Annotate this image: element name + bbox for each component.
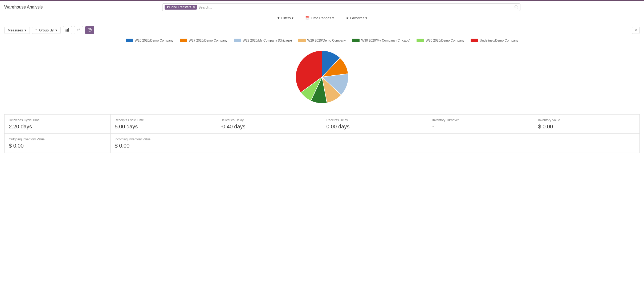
legend-item: Undefined/Demo Company <box>471 39 518 42</box>
measures-label: Measures <box>8 28 23 32</box>
metric-card: Inventory Turnover- <box>428 115 534 134</box>
metric-card: Receipts Cycle Time5.00 days <box>111 115 217 134</box>
legend-item-label: W30 2020/Demo Company <box>426 39 464 42</box>
time-ranges-label: Time Ranges <box>311 16 331 20</box>
group-by-chevron: ▾ <box>55 28 57 32</box>
metric-label: Deliveries Delay <box>221 118 318 122</box>
favorites-chevron: ▾ <box>365 16 367 20</box>
time-ranges-chevron: ▾ <box>332 16 334 20</box>
legend-item-label: Undefined/Demo Company <box>480 39 518 42</box>
legend-item: W26 2020/Demo Company <box>126 39 173 42</box>
content-area: Measures ▾ ≡ Group By ▾ ✕ W26 2020/Demo … <box>0 23 644 156</box>
filters-chevron: ▾ <box>292 16 294 20</box>
pie-chart-button[interactable] <box>85 26 94 34</box>
close-button[interactable]: ✕ <box>632 27 640 34</box>
favorites-button[interactable]: ★ Favorites ▾ <box>343 15 370 21</box>
legend-color-swatch <box>180 39 187 42</box>
filter-tag[interactable]: ▼ Done Transfers ✕ <box>165 5 197 10</box>
legend-item: W29 2020/My Company (Chicago) <box>234 39 292 42</box>
filter-tag-close[interactable]: ✕ <box>193 6 195 9</box>
svg-line-1 <box>517 7 517 8</box>
metric-label: Incoming Inventory Value <box>115 137 212 141</box>
metric-value: 0.00 days <box>327 124 424 130</box>
legend-item-label: W30 2020/My Company (Chicago) <box>361 39 410 42</box>
legend-item: W29 2020/Demo Company <box>298 39 346 42</box>
metric-label: Deliveries Cycle Time <box>9 118 106 122</box>
svg-rect-2 <box>66 30 66 32</box>
metric-card-small: Incoming Inventory Value$ 0.00 <box>111 134 217 153</box>
filters-button[interactable]: ▼ Filters ▾ <box>274 15 296 21</box>
metric-value: $ 0.00 <box>538 124 635 130</box>
measures-button[interactable]: Measures ▾ <box>4 27 30 34</box>
metric-card: Inventory Value$ 0.00 <box>534 115 640 134</box>
legend-item: W30 2020/My Company (Chicago) <box>352 39 410 42</box>
header: Warehouse Analysis ▼ Done Transfers ✕ <box>0 1 644 13</box>
metric-value: -0.40 days <box>221 124 318 130</box>
metric-value: - <box>432 124 529 130</box>
star-icon: ★ <box>346 16 349 20</box>
legend-color-swatch <box>126 39 133 42</box>
legend-item: W27 2020/Demo Company <box>180 39 227 42</box>
metric-label: Inventory Turnover <box>432 118 529 122</box>
metric-card: Receipts Delay0.00 days <box>322 115 428 134</box>
metric-card: Deliveries Delay-0.40 days <box>216 115 322 134</box>
search-container: ▼ Done Transfers ✕ <box>162 3 520 11</box>
pie-chart <box>293 48 351 106</box>
svg-point-0 <box>515 5 517 8</box>
search-input[interactable] <box>198 5 514 9</box>
filter-funnel-icon: ▼ <box>166 5 169 9</box>
metric-label: Outgoing Inventory Value <box>9 137 106 141</box>
metric-value: 5.00 days <box>115 124 212 130</box>
toolbar-row: ▼ Filters ▾ 📅 Time Ranges ▾ ★ Favorites … <box>0 13 644 23</box>
calendar-icon: 📅 <box>305 16 309 20</box>
legend-item: W30 2020/Demo Company <box>417 39 464 42</box>
metric-label: Receipts Delay <box>327 118 424 122</box>
filter-tag-label: Done Transfers <box>169 5 191 9</box>
metric-card-empty <box>216 134 322 153</box>
filter-icon: ▼ <box>277 16 280 20</box>
measures-chevron: ▾ <box>25 28 26 32</box>
legend-item-label: W26 2020/Demo Company <box>135 39 173 42</box>
metric-value: $ 0.00 <box>115 143 212 149</box>
legend-color-swatch <box>417 39 424 42</box>
metrics-grid-row1: Deliveries Cycle Time2.20 daysReceipts C… <box>4 114 640 134</box>
search-icon[interactable] <box>514 5 518 10</box>
legend-area: W26 2020/Demo CompanyW27 2020/Demo Compa… <box>4 39 640 42</box>
group-by-label: Group By <box>39 28 54 32</box>
svg-rect-3 <box>67 29 68 32</box>
legend-item-label: W27 2020/Demo Company <box>189 39 227 42</box>
app-title: Warehouse Analysis <box>4 5 43 10</box>
metric-value: 2.20 days <box>9 124 106 130</box>
legend-item-label: W29 2020/My Company (Chicago) <box>243 39 292 42</box>
time-ranges-button[interactable]: 📅 Time Ranges ▾ <box>303 15 337 21</box>
metric-card-empty <box>428 134 534 153</box>
metric-label: Receipts Cycle Time <box>115 118 212 122</box>
legend-color-swatch <box>234 39 241 42</box>
metrics-grid-row2: Outgoing Inventory Value$ 0.00Incoming I… <box>4 134 640 153</box>
metric-card-empty <box>534 134 640 153</box>
pie-container <box>4 48 640 106</box>
group-by-button[interactable]: ≡ Group By ▾ <box>32 27 61 34</box>
metric-card-empty <box>322 134 428 153</box>
metric-card-small: Outgoing Inventory Value$ 0.00 <box>5 134 111 153</box>
favorites-label: Favorites <box>350 16 364 20</box>
line-chart-button[interactable] <box>74 26 83 34</box>
filters-label: Filters <box>281 16 291 20</box>
list-icon: ≡ <box>35 28 38 32</box>
legend-color-swatch <box>471 39 478 42</box>
metric-label: Inventory Value <box>538 118 635 122</box>
controls-row: Measures ▾ ≡ Group By ▾ ✕ <box>4 26 640 34</box>
svg-rect-4 <box>68 28 69 31</box>
legend-color-swatch <box>352 39 360 42</box>
legend-color-swatch <box>298 39 306 42</box>
metric-card: Deliveries Cycle Time2.20 days <box>5 115 111 134</box>
bar-chart-button[interactable] <box>63 26 72 34</box>
legend-item-label: W29 2020/Demo Company <box>307 39 346 42</box>
search-bar: ▼ Done Transfers ✕ <box>43 3 640 11</box>
metric-value: $ 0.00 <box>9 143 106 149</box>
